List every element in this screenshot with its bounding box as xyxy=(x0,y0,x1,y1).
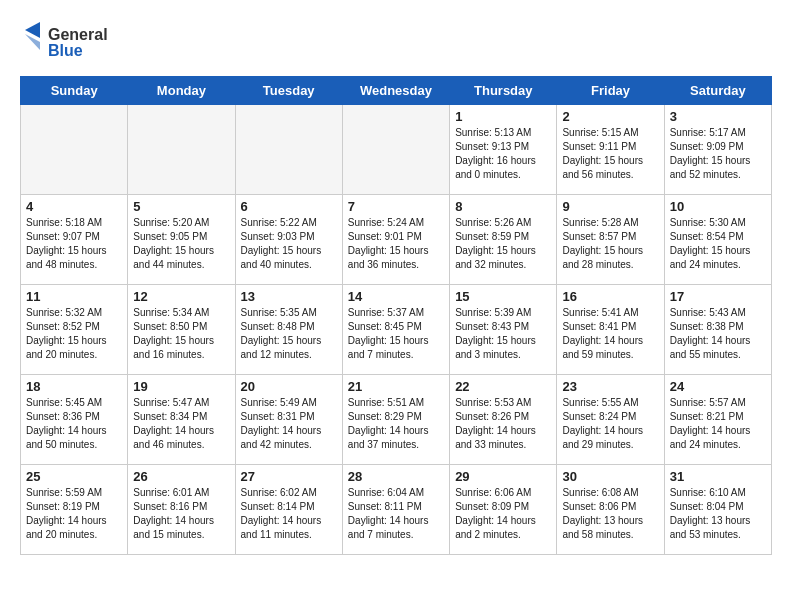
day-info: Sunrise: 5:59 AM Sunset: 8:19 PM Dayligh… xyxy=(26,486,122,542)
day-info: Sunrise: 5:17 AM Sunset: 9:09 PM Dayligh… xyxy=(670,126,766,182)
calendar-cell: 24Sunrise: 5:57 AM Sunset: 8:21 PM Dayli… xyxy=(664,375,771,465)
day-number: 22 xyxy=(455,379,551,394)
day-info: Sunrise: 5:41 AM Sunset: 8:41 PM Dayligh… xyxy=(562,306,658,362)
day-info: Sunrise: 5:53 AM Sunset: 8:26 PM Dayligh… xyxy=(455,396,551,452)
day-number: 20 xyxy=(241,379,337,394)
calendar-cell: 31Sunrise: 6:10 AM Sunset: 8:04 PM Dayli… xyxy=(664,465,771,555)
day-of-week-header: Monday xyxy=(128,77,235,105)
calendar-cell xyxy=(128,105,235,195)
day-info: Sunrise: 6:01 AM Sunset: 8:16 PM Dayligh… xyxy=(133,486,229,542)
header: GeneralBlue xyxy=(20,20,772,60)
day-number: 21 xyxy=(348,379,444,394)
day-info: Sunrise: 5:34 AM Sunset: 8:50 PM Dayligh… xyxy=(133,306,229,362)
calendar-cell: 25Sunrise: 5:59 AM Sunset: 8:19 PM Dayli… xyxy=(21,465,128,555)
logo: GeneralBlue xyxy=(20,20,130,60)
calendar-cell: 9Sunrise: 5:28 AM Sunset: 8:57 PM Daylig… xyxy=(557,195,664,285)
calendar-cell xyxy=(21,105,128,195)
day-number: 12 xyxy=(133,289,229,304)
day-info: Sunrise: 5:57 AM Sunset: 8:21 PM Dayligh… xyxy=(670,396,766,452)
calendar-cell: 28Sunrise: 6:04 AM Sunset: 8:11 PM Dayli… xyxy=(342,465,449,555)
calendar-cell: 3Sunrise: 5:17 AM Sunset: 9:09 PM Daylig… xyxy=(664,105,771,195)
week-row: 11Sunrise: 5:32 AM Sunset: 8:52 PM Dayli… xyxy=(21,285,772,375)
day-of-week-header: Thursday xyxy=(450,77,557,105)
day-number: 18 xyxy=(26,379,122,394)
day-info: Sunrise: 6:02 AM Sunset: 8:14 PM Dayligh… xyxy=(241,486,337,542)
calendar-cell: 8Sunrise: 5:26 AM Sunset: 8:59 PM Daylig… xyxy=(450,195,557,285)
calendar-cell: 20Sunrise: 5:49 AM Sunset: 8:31 PM Dayli… xyxy=(235,375,342,465)
svg-text:Blue: Blue xyxy=(48,42,83,59)
calendar-cell: 5Sunrise: 5:20 AM Sunset: 9:05 PM Daylig… xyxy=(128,195,235,285)
calendar-cell xyxy=(235,105,342,195)
day-info: Sunrise: 6:04 AM Sunset: 8:11 PM Dayligh… xyxy=(348,486,444,542)
calendar-cell: 12Sunrise: 5:34 AM Sunset: 8:50 PM Dayli… xyxy=(128,285,235,375)
calendar-cell: 23Sunrise: 5:55 AM Sunset: 8:24 PM Dayli… xyxy=(557,375,664,465)
calendar-cell: 22Sunrise: 5:53 AM Sunset: 8:26 PM Dayli… xyxy=(450,375,557,465)
calendar-cell: 4Sunrise: 5:18 AM Sunset: 9:07 PM Daylig… xyxy=(21,195,128,285)
day-number: 13 xyxy=(241,289,337,304)
day-info: Sunrise: 5:39 AM Sunset: 8:43 PM Dayligh… xyxy=(455,306,551,362)
header-row: SundayMondayTuesdayWednesdayThursdayFrid… xyxy=(21,77,772,105)
week-row: 1Sunrise: 5:13 AM Sunset: 9:13 PM Daylig… xyxy=(21,105,772,195)
day-number: 28 xyxy=(348,469,444,484)
day-number: 27 xyxy=(241,469,337,484)
day-number: 23 xyxy=(562,379,658,394)
day-number: 2 xyxy=(562,109,658,124)
calendar-cell: 26Sunrise: 6:01 AM Sunset: 8:16 PM Dayli… xyxy=(128,465,235,555)
day-number: 24 xyxy=(670,379,766,394)
calendar-cell: 27Sunrise: 6:02 AM Sunset: 8:14 PM Dayli… xyxy=(235,465,342,555)
calendar-cell: 30Sunrise: 6:08 AM Sunset: 8:06 PM Dayli… xyxy=(557,465,664,555)
day-info: Sunrise: 5:26 AM Sunset: 8:59 PM Dayligh… xyxy=(455,216,551,272)
day-info: Sunrise: 5:55 AM Sunset: 8:24 PM Dayligh… xyxy=(562,396,658,452)
calendar-cell: 6Sunrise: 5:22 AM Sunset: 9:03 PM Daylig… xyxy=(235,195,342,285)
day-info: Sunrise: 5:43 AM Sunset: 8:38 PM Dayligh… xyxy=(670,306,766,362)
day-info: Sunrise: 5:51 AM Sunset: 8:29 PM Dayligh… xyxy=(348,396,444,452)
day-info: Sunrise: 5:20 AM Sunset: 9:05 PM Dayligh… xyxy=(133,216,229,272)
day-info: Sunrise: 5:13 AM Sunset: 9:13 PM Dayligh… xyxy=(455,126,551,182)
day-info: Sunrise: 6:08 AM Sunset: 8:06 PM Dayligh… xyxy=(562,486,658,542)
calendar-table: SundayMondayTuesdayWednesdayThursdayFrid… xyxy=(20,76,772,555)
calendar-cell: 29Sunrise: 6:06 AM Sunset: 8:09 PM Dayli… xyxy=(450,465,557,555)
calendar-cell: 7Sunrise: 5:24 AM Sunset: 9:01 PM Daylig… xyxy=(342,195,449,285)
day-info: Sunrise: 5:15 AM Sunset: 9:11 PM Dayligh… xyxy=(562,126,658,182)
calendar-cell xyxy=(342,105,449,195)
day-info: Sunrise: 5:18 AM Sunset: 9:07 PM Dayligh… xyxy=(26,216,122,272)
day-number: 4 xyxy=(26,199,122,214)
week-row: 4Sunrise: 5:18 AM Sunset: 9:07 PM Daylig… xyxy=(21,195,772,285)
week-row: 25Sunrise: 5:59 AM Sunset: 8:19 PM Dayli… xyxy=(21,465,772,555)
calendar-cell: 13Sunrise: 5:35 AM Sunset: 8:48 PM Dayli… xyxy=(235,285,342,375)
calendar-cell: 17Sunrise: 5:43 AM Sunset: 8:38 PM Dayli… xyxy=(664,285,771,375)
day-number: 1 xyxy=(455,109,551,124)
calendar-cell: 10Sunrise: 5:30 AM Sunset: 8:54 PM Dayli… xyxy=(664,195,771,285)
day-number: 26 xyxy=(133,469,229,484)
day-info: Sunrise: 5:35 AM Sunset: 8:48 PM Dayligh… xyxy=(241,306,337,362)
day-number: 25 xyxy=(26,469,122,484)
day-info: Sunrise: 5:30 AM Sunset: 8:54 PM Dayligh… xyxy=(670,216,766,272)
day-info: Sunrise: 5:22 AM Sunset: 9:03 PM Dayligh… xyxy=(241,216,337,272)
week-row: 18Sunrise: 5:45 AM Sunset: 8:36 PM Dayli… xyxy=(21,375,772,465)
day-of-week-header: Saturday xyxy=(664,77,771,105)
svg-text:General: General xyxy=(48,26,108,43)
calendar-cell: 15Sunrise: 5:39 AM Sunset: 8:43 PM Dayli… xyxy=(450,285,557,375)
day-info: Sunrise: 5:45 AM Sunset: 8:36 PM Dayligh… xyxy=(26,396,122,452)
day-info: Sunrise: 5:37 AM Sunset: 8:45 PM Dayligh… xyxy=(348,306,444,362)
day-info: Sunrise: 6:06 AM Sunset: 8:09 PM Dayligh… xyxy=(455,486,551,542)
day-info: Sunrise: 5:28 AM Sunset: 8:57 PM Dayligh… xyxy=(562,216,658,272)
day-number: 30 xyxy=(562,469,658,484)
day-number: 31 xyxy=(670,469,766,484)
day-info: Sunrise: 5:24 AM Sunset: 9:01 PM Dayligh… xyxy=(348,216,444,272)
day-number: 14 xyxy=(348,289,444,304)
day-number: 11 xyxy=(26,289,122,304)
day-of-week-header: Sunday xyxy=(21,77,128,105)
day-number: 16 xyxy=(562,289,658,304)
day-number: 8 xyxy=(455,199,551,214)
day-number: 15 xyxy=(455,289,551,304)
day-number: 5 xyxy=(133,199,229,214)
day-of-week-header: Tuesday xyxy=(235,77,342,105)
calendar-cell: 18Sunrise: 5:45 AM Sunset: 8:36 PM Dayli… xyxy=(21,375,128,465)
calendar-cell: 19Sunrise: 5:47 AM Sunset: 8:34 PM Dayli… xyxy=(128,375,235,465)
day-number: 10 xyxy=(670,199,766,214)
day-number: 19 xyxy=(133,379,229,394)
calendar-cell: 21Sunrise: 5:51 AM Sunset: 8:29 PM Dayli… xyxy=(342,375,449,465)
day-number: 9 xyxy=(562,199,658,214)
day-of-week-header: Wednesday xyxy=(342,77,449,105)
